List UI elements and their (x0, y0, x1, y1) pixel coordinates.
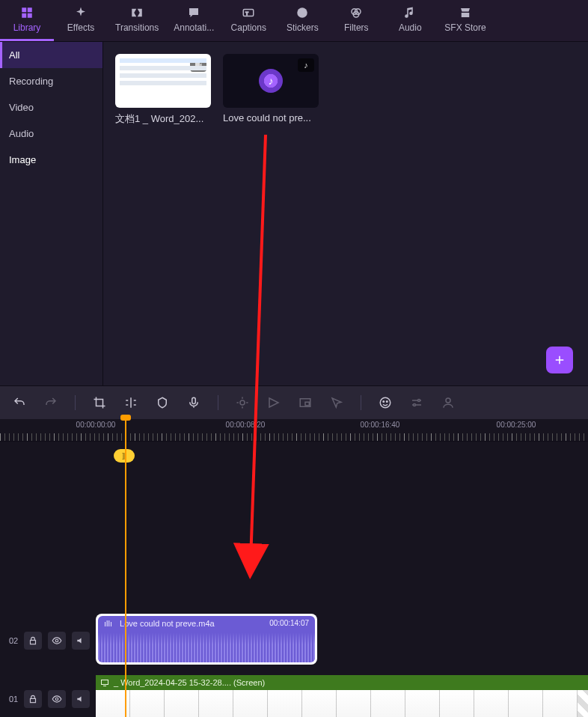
svg-rect-0 (244, 10, 254, 16)
waveform-icon: ıllı (104, 619, 114, 628)
adjust-button (409, 395, 424, 410)
redo-button[interactable] (43, 395, 58, 410)
clip-name: _ Word_2024-04-25 15-32-28.... (Screen) (114, 678, 265, 687)
timeline[interactable]: 00:00:00:00 00:00:08:20 00:00:16:40 00:0… (0, 419, 588, 717)
voiceover-button[interactable] (186, 395, 201, 410)
svg-rect-16 (31, 640, 36, 644)
track-mute-button[interactable] (72, 632, 90, 650)
tab-sfxstore[interactable]: SFX Store (437, 0, 493, 41)
track-lock-button[interactable] (24, 632, 42, 650)
tab-label: Audio (399, 22, 422, 33)
svg-rect-6 (192, 397, 196, 403)
tab-label: Library (13, 22, 41, 33)
clip-name: Love could not preve.m4a (120, 619, 215, 628)
svg-point-2 (298, 7, 308, 18)
sidebar-item-audio[interactable]: Audio (0, 120, 102, 147)
clip-frames (96, 690, 588, 717)
sidebar-item-all[interactable]: All (0, 42, 102, 68)
library-sidebar: All Recording Video Audio Image (0, 42, 103, 385)
marker-chip[interactable]: ][ (114, 449, 135, 463)
tab-library[interactable]: Library (0, 0, 54, 41)
media-item-audio[interactable]: ♪ ♪ Love could not pre... (223, 54, 319, 123)
music-note-icon (403, 6, 417, 19)
tab-label: Filters (344, 22, 369, 33)
ruler-tick: 00:00:08:20 (226, 421, 266, 429)
music-disc-icon: ♪ (259, 69, 283, 93)
track-visibility-button[interactable] (48, 690, 66, 708)
separator (218, 395, 218, 410)
svg-rect-20 (102, 680, 108, 685)
cursor-effect-button (329, 395, 344, 410)
track-controls: 02 (0, 632, 96, 650)
video-clip[interactable]: _ Word_2024-04-25 15-32-28.... (Screen) (96, 675, 588, 717)
svg-point-14 (414, 404, 416, 406)
track-mute-button[interactable] (72, 690, 90, 708)
track-row-video: 01 _ Word_2024-04-25 15-32-28.... (Scree… (0, 675, 588, 717)
clip-duration: 00:00:14:07 (269, 619, 309, 627)
ruler-tick: 00:00:16:40 (361, 421, 400, 429)
marker-button[interactable] (155, 395, 170, 410)
store-icon (459, 6, 472, 19)
timeline-toolbar (0, 386, 588, 419)
tab-label: Captions (231, 22, 266, 33)
audio-clip[interactable]: ıllı Love could not preve.m4a 00:00:14:0… (96, 614, 317, 665)
add-media-button[interactable] (546, 347, 573, 373)
separator (75, 395, 76, 410)
split-button[interactable] (123, 395, 138, 410)
track-lock-button[interactable] (24, 690, 42, 708)
tab-annotations[interactable]: Annotati... (166, 0, 221, 41)
svg-point-17 (56, 639, 59, 642)
top-tabstrip: Library Effects Transitions Annotati... … (0, 0, 588, 42)
face-button[interactable] (378, 395, 393, 410)
track-row-audio: 02 ıllı Love could not preve.m4a 00:00:1… (0, 614, 588, 668)
tab-effects[interactable]: Effects (54, 0, 108, 41)
tab-label: SFX Store (444, 22, 486, 33)
svg-rect-18 (31, 698, 36, 702)
svg-point-12 (387, 401, 388, 403)
svg-point-10 (380, 397, 391, 408)
transition-icon (130, 6, 144, 19)
filters-icon (349, 6, 363, 19)
color-button (235, 395, 250, 410)
separator (361, 395, 361, 410)
svg-point-13 (418, 400, 420, 402)
thumbnail (115, 54, 211, 108)
media-grid: 文档1 _ Word_202... ♪ ♪ Love could not pre… (103, 42, 588, 385)
svg-point-19 (56, 698, 59, 701)
tab-label: Transitions (115, 22, 159, 33)
tab-audio[interactable]: Audio (383, 0, 437, 41)
pip-button (298, 395, 313, 410)
waveform (98, 632, 315, 662)
music-badge-icon: ♪ (298, 58, 314, 72)
screen-icon (100, 678, 109, 687)
library-icon (20, 6, 34, 19)
track-controls: 01 (0, 690, 96, 708)
playhead[interactable] (125, 419, 126, 717)
ruler-ticks (0, 433, 588, 441)
sidebar-item-image[interactable]: Image (0, 147, 102, 173)
sidebar-item-video[interactable]: Video (0, 94, 102, 120)
svg-point-11 (383, 401, 385, 403)
track-number: 01 (9, 695, 18, 704)
tab-filters[interactable]: Filters (329, 0, 383, 41)
speech-bubble-icon (187, 6, 200, 19)
svg-point-15 (446, 398, 450, 403)
crop-button[interactable] (92, 395, 107, 410)
smiley-icon (295, 6, 309, 19)
speed-button (266, 395, 281, 410)
media-label: 文档1 _ Word_202... (115, 112, 211, 126)
tab-label: Stickers (287, 22, 319, 33)
media-label: Love could not pre... (223, 112, 319, 123)
tab-captions[interactable]: T Captions (221, 0, 275, 41)
time-ruler[interactable]: 00:00:00:00 00:00:08:20 00:00:16:40 00:0… (0, 419, 588, 442)
captions-icon: T (242, 6, 255, 19)
sparkle-icon (74, 6, 88, 19)
ruler-tick: 00:00:25:00 (497, 421, 536, 429)
tab-stickers[interactable]: Stickers (275, 0, 329, 41)
media-item-doc[interactable]: 文档1 _ Word_202... (115, 54, 211, 126)
thumbnail: ♪ ♪ (223, 54, 319, 108)
undo-button[interactable] (12, 395, 27, 410)
sidebar-item-recording[interactable]: Recording (0, 68, 102, 94)
track-visibility-button[interactable] (48, 632, 66, 650)
tab-transitions[interactable]: Transitions (108, 0, 166, 41)
